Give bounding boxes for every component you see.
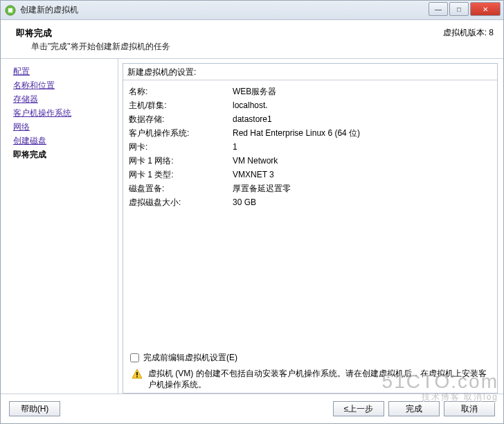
close-button[interactable]: ✕ — [470, 2, 501, 16]
finish-button[interactable]: 完成 — [388, 401, 440, 416]
settings-key: 数据存储: — [129, 112, 233, 126]
wizard-steps: 配置 名称和位置 存储器 客户机操作系统 网络 创建磁盘 即将完成 — [1, 59, 118, 394]
settings-key: 主机/群集: — [129, 98, 233, 112]
settings-value: VMXNET 3 — [233, 168, 274, 182]
step-storage[interactable]: 存储器 — [13, 92, 118, 106]
settings-value: VM Network — [233, 154, 278, 168]
settings-row: 虚拟磁盘大小:30 GB — [129, 195, 492, 209]
settings-key: 虚拟磁盘大小: — [129, 195, 233, 209]
svg-rect-4 — [136, 376, 138, 378]
settings-value: Red Hat Enterprise Linux 6 (64 位) — [233, 126, 360, 140]
step-ready-complete: 即将完成 — [13, 148, 118, 161]
settings-key: 网卡: — [129, 140, 233, 154]
back-button[interactable]: ≤上一步 — [333, 401, 384, 416]
settings-row: 客户机操作系统:Red Hat Enterprise Linux 6 (64 位… — [129, 126, 492, 140]
warning-row: 虚拟机 (VM) 的创建不包括自动安装客户机操作系统。请在创建虚拟机后，在虚拟机… — [132, 368, 489, 390]
page-subtitle: 单击"完成"将开始创建新虚拟机的任务 — [16, 41, 494, 53]
bottom-options: 完成前编辑虚拟机设置(E) 虚拟机 (VM) 的创建不包括自动安装客户机操作系统… — [123, 346, 497, 393]
settings-row: 主机/群集:localhost. — [129, 98, 492, 112]
settings-row: 名称:WEB服务器 — [129, 85, 492, 98]
footer: 帮助(H) ≤上一步 完成 取消 — [1, 394, 503, 423]
settings-row: 网卡 1 网络:VM Network — [129, 154, 492, 168]
app-icon — [5, 5, 16, 16]
minimize-button[interactable]: — — [429, 2, 448, 16]
cancel-button[interactable]: 取消 — [444, 401, 495, 416]
settings-key: 网卡 1 类型: — [129, 168, 233, 182]
svg-rect-3 — [136, 372, 138, 376]
titlebar: 创建新的虚拟机 — □ ✕ — [1, 1, 503, 20]
settings-list: 名称:WEB服务器主机/群集:localhost.数据存储:datastore1… — [123, 80, 497, 346]
help-button[interactable]: 帮助(H) — [9, 401, 60, 416]
window-controls: — □ ✕ — [429, 2, 501, 16]
settings-value: datastore1 — [233, 112, 272, 126]
svg-rect-1 — [8, 8, 12, 12]
edit-before-finish-label: 完成前编辑虚拟机设置(E) — [143, 352, 237, 364]
step-guest-os[interactable]: 客户机操作系统 — [13, 106, 118, 120]
maximize-button[interactable]: □ — [449, 2, 469, 16]
step-create-disk[interactable]: 创建磁盘 — [13, 134, 118, 148]
settings-value: localhost. — [233, 98, 268, 112]
page-title: 即将完成 — [16, 27, 494, 39]
dialog-window: 创建新的虚拟机 — □ ✕ 即将完成 单击"完成"将开始创建新虚拟机的任务 虚拟… — [0, 0, 504, 424]
settings-row: 网卡 1 类型:VMXNET 3 — [129, 168, 492, 182]
settings-value: 30 GB — [233, 195, 256, 209]
settings-row: 磁盘置备:厚置备延迟置零 — [129, 182, 492, 195]
settings-key: 名称: — [129, 85, 233, 98]
settings-value: WEB服务器 — [233, 85, 276, 98]
settings-key: 客户机操作系统: — [129, 126, 233, 140]
warning-icon — [132, 369, 143, 380]
step-network[interactable]: 网络 — [13, 120, 118, 134]
content-panel: 新建虚拟机的设置: 名称:WEB服务器主机/群集:localhost.数据存储:… — [118, 59, 503, 394]
window-title: 创建新的虚拟机 — [20, 4, 78, 16]
settings-row: 数据存储:datastore1 — [129, 112, 492, 126]
settings-value: 1 — [233, 140, 237, 154]
step-name-location[interactable]: 名称和位置 — [13, 78, 118, 92]
content-inner: 新建虚拟机的设置: 名称:WEB服务器主机/群集:localhost.数据存储:… — [123, 63, 498, 394]
vm-version-label: 虚拟机版本: 8 — [443, 27, 494, 39]
step-config[interactable]: 配置 — [13, 64, 118, 78]
settings-row: 网卡:1 — [129, 140, 492, 154]
settings-value: 厚置备延迟置零 — [233, 182, 291, 195]
settings-heading: 新建虚拟机的设置: — [123, 64, 497, 80]
settings-key: 磁盘置备: — [129, 182, 233, 195]
wizard-body: 配置 名称和位置 存储器 客户机操作系统 网络 创建磁盘 即将完成 新建虚拟机的… — [1, 59, 503, 394]
edit-before-finish-checkbox[interactable]: 完成前编辑虚拟机设置(E) — [130, 352, 493, 364]
warning-text: 虚拟机 (VM) 的创建不包括自动安装客户机操作系统。请在创建虚拟机后，在虚拟机… — [148, 368, 489, 390]
settings-key: 网卡 1 网络: — [129, 154, 233, 168]
edit-before-finish-input[interactable] — [130, 353, 139, 362]
wizard-header: 即将完成 单击"完成"将开始创建新虚拟机的任务 虚拟机版本: 8 — [1, 20, 503, 59]
